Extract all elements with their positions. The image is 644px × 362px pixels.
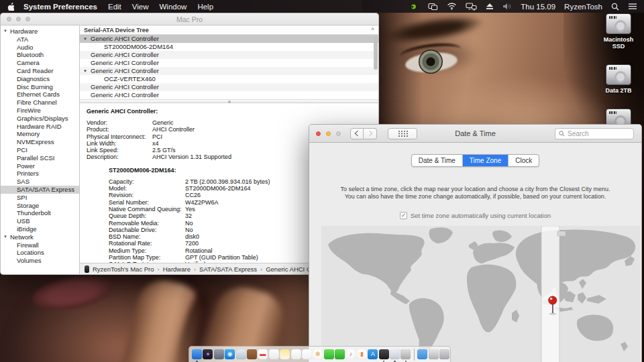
apple-menu[interactable] xyxy=(7,2,14,11)
desktop-icon-data-2tb[interactable]: Data 2TB xyxy=(598,64,639,94)
sidebar-item-diagnostics[interactable]: Diagnostics xyxy=(1,75,79,83)
wifi-icon[interactable] xyxy=(447,3,457,10)
dock-icon-books[interactable]: ▮ xyxy=(357,349,367,359)
sidebar-item-power[interactable]: Power xyxy=(1,162,79,170)
dock-icon-archive-utility[interactable] xyxy=(400,349,411,359)
dock-icon-facetime[interactable] xyxy=(335,349,345,359)
timezone-map[interactable] xyxy=(321,226,640,362)
sidebar-item-sata-sata-express[interactable]: SATA/SATA Express xyxy=(1,186,79,194)
sidebar-item-disc-burning[interactable]: Disc Burning xyxy=(1,83,79,91)
sidebar-item-printers[interactable]: Printers xyxy=(1,170,79,178)
tree-scrollbar-thumb[interactable] xyxy=(374,36,378,70)
dock-icon-textedit[interactable] xyxy=(269,349,279,359)
search-input[interactable] xyxy=(568,130,621,137)
sidebar-item-usb[interactable]: USB xyxy=(1,217,79,225)
dock[interactable]: ●◉▬✻♪▮A xyxy=(189,346,451,362)
dock-icon-calendar[interactable]: ▬ xyxy=(258,349,268,359)
sidebar-item-camera[interactable]: Camera xyxy=(1,59,79,67)
sidebar-item-firewire[interactable]: FireWire xyxy=(1,107,79,115)
sidebar-item-ata[interactable]: ATA xyxy=(1,36,79,44)
sidebar-item-pci[interactable]: PCI xyxy=(1,146,79,154)
sidebar-item-parallel-scsi[interactable]: Parallel SCSI xyxy=(1,154,79,162)
sidebar-group-hardware[interactable]: ▼Hardware xyxy=(1,27,79,36)
dock-icon-dvd-player[interactable] xyxy=(379,349,389,359)
sidebar-item-audio[interactable]: Audio xyxy=(1,44,79,52)
dock-icon-grapher[interactable] xyxy=(390,349,400,359)
world-map[interactable] xyxy=(321,226,640,362)
tree-row[interactable]: ▼Generic AHCI Controller xyxy=(80,67,378,75)
breadcrumb-item[interactable]: RyzenTosh's Mac Pro xyxy=(93,265,154,273)
sidebar-item-storage[interactable]: Storage xyxy=(1,202,79,210)
tab-date-time[interactable]: Date & Time xyxy=(412,155,462,166)
timezone-band[interactable] xyxy=(541,226,559,362)
sidebar-item-thunderbolt[interactable]: Thunderbolt xyxy=(1,209,79,217)
sidebar-item-nvmexpress[interactable]: NVMExpress xyxy=(1,138,79,146)
sidebar-item-hardware-raid[interactable]: Hardware RAID xyxy=(1,123,79,131)
tree-row[interactable]: Generic AHCI Controller xyxy=(80,91,378,99)
details-value: W4Z2PW6A xyxy=(185,199,219,206)
displays-icon[interactable] xyxy=(466,3,477,11)
sysinfo-titlebar[interactable]: Mac Pro xyxy=(1,13,378,25)
details-key: Removable Media: xyxy=(109,220,185,227)
dock-icon-reminders[interactable] xyxy=(302,349,312,359)
tree-row[interactable]: OCZ-VERTEX460 xyxy=(80,75,378,83)
sidebar-item-graphics-displays[interactable]: Graphics/Displays xyxy=(1,115,79,123)
sidebar-item-volumes[interactable]: Volumes xyxy=(1,257,79,265)
pane-splitter[interactable] xyxy=(80,99,378,103)
app-menu-title[interactable]: System Preferences xyxy=(23,3,97,11)
dock-icon-trash[interactable] xyxy=(439,349,449,359)
sidebar-item-card-reader[interactable]: Card Reader xyxy=(1,67,79,75)
desktop-icon-macintosh-ssd[interactable]: Macintosh SSD xyxy=(598,13,639,50)
sidebar-item-memory[interactable]: Memory xyxy=(1,130,79,138)
breadcrumb-item[interactable]: SATA/SATA Express xyxy=(199,265,257,273)
tree-row[interactable]: ▼Generic AHCI Controller xyxy=(80,35,378,43)
tab-time-zone[interactable]: Time Zone xyxy=(462,155,508,166)
dock-icon-document[interactable] xyxy=(429,349,439,359)
search-field[interactable] xyxy=(555,128,634,139)
dock-icon-finder[interactable] xyxy=(192,349,202,359)
sidebar-item-spi[interactable]: SPI xyxy=(1,194,79,202)
tree-row[interactable]: Generic AHCI Controller xyxy=(80,83,378,91)
timezone-auto-checkbox[interactable] xyxy=(400,212,407,219)
dock-icon-safari[interactable]: ◉ xyxy=(225,349,235,359)
menu-bar-username[interactable]: RyzenTosh xyxy=(564,3,602,11)
menu-bar-clock[interactable]: Thu 15.09 xyxy=(521,3,555,11)
dock-icon-folder[interactable] xyxy=(417,349,427,359)
tree-row[interactable]: ST2000DM006-2DM164 xyxy=(80,43,378,51)
spotlight-search-icon[interactable] xyxy=(611,3,619,11)
tab-clock[interactable]: Clock xyxy=(508,155,539,166)
dock-icon-siri[interactable]: ● xyxy=(203,349,213,359)
breadcrumb-item[interactable]: Hardware xyxy=(163,265,191,273)
dock-icon-preview[interactable] xyxy=(236,349,246,359)
sidebar-group-network[interactable]: ▼Network xyxy=(1,233,79,241)
dock-icon-notes[interactable] xyxy=(280,349,290,359)
sidebar-item-fibre-channel[interactable]: Fibre Channel xyxy=(1,99,79,107)
tree-row[interactable]: Generic AHCI Controller xyxy=(80,51,378,59)
sidebar-item-bluetooth[interactable]: Bluetooth xyxy=(1,51,79,59)
notification-center-icon[interactable] xyxy=(628,3,637,10)
menu-window[interactable]: Window xyxy=(160,3,187,11)
dock-icon-pages[interactable] xyxy=(291,349,301,359)
menu-edit[interactable]: Edit xyxy=(108,3,121,11)
sidebar-item-ibridge[interactable]: iBridge xyxy=(1,225,79,233)
tree-row[interactable]: Generic AHCI Controller xyxy=(80,59,378,67)
dock-icon-contacts[interactable] xyxy=(247,349,257,359)
dock-icon-messages[interactable] xyxy=(324,349,334,359)
dock-icon-photos[interactable]: ✻ xyxy=(313,349,323,359)
device-tree-header[interactable]: Serial-ATA Device Tree ^ xyxy=(80,25,378,35)
dock-icon-app-store[interactable]: A xyxy=(368,349,378,359)
sidebar-item-sas[interactable]: SAS xyxy=(1,178,79,186)
volume-muted-icon[interactable] xyxy=(502,3,512,10)
details-key: Queue Depth: xyxy=(109,213,185,219)
display-mirroring-icon[interactable] xyxy=(428,3,438,11)
eject-icon[interactable] xyxy=(486,3,494,10)
dock-icon-itunes[interactable]: ♪ xyxy=(345,349,356,359)
menu-view[interactable]: View xyxy=(132,3,149,11)
sidebar-item-firewall[interactable]: Firewall xyxy=(1,241,79,249)
dock-icon-launchpad[interactable] xyxy=(214,349,224,359)
datetime-titlebar[interactable]: Date & Time xyxy=(309,125,641,143)
menu-help[interactable]: Help xyxy=(197,3,213,11)
sidebar-item-locations[interactable]: Locations xyxy=(1,249,79,257)
nvidia-icon[interactable] xyxy=(408,3,419,11)
sidebar-item-ethernet-cards[interactable]: Ethernet Cards xyxy=(1,90,79,99)
